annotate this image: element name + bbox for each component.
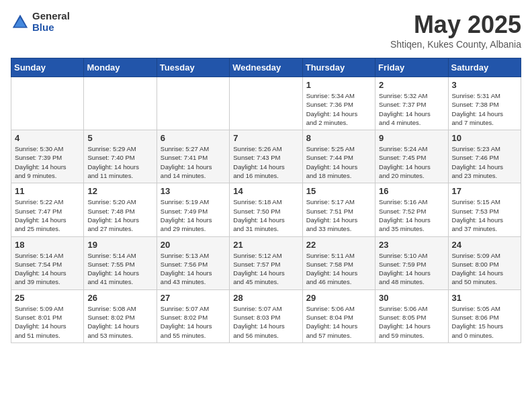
logo-blue-text: Blue <box>32 22 70 34</box>
weekday-header-monday: Monday <box>84 58 157 77</box>
day-number: 3 <box>452 80 517 90</box>
day-number: 26 <box>87 293 152 303</box>
calendar-cell: 20Sunrise: 5:13 AM Sunset: 7:56 PM Dayli… <box>157 236 229 289</box>
day-number: 20 <box>161 240 226 250</box>
day-number: 2 <box>379 80 444 90</box>
day-info: Sunrise: 5:23 AM Sunset: 7:46 PM Dayligh… <box>452 144 517 180</box>
day-info: Sunrise: 5:06 AM Sunset: 8:04 PM Dayligh… <box>306 304 371 340</box>
calendar-cell: 2Sunrise: 5:32 AM Sunset: 7:37 PM Daylig… <box>375 77 448 130</box>
day-info: Sunrise: 5:08 AM Sunset: 8:02 PM Dayligh… <box>87 304 152 340</box>
day-number: 10 <box>452 133 517 143</box>
weekday-header-tuesday: Tuesday <box>157 58 229 77</box>
day-number: 9 <box>379 133 444 143</box>
day-info: Sunrise: 5:10 AM Sunset: 7:59 PM Dayligh… <box>379 251 444 287</box>
calendar-cell: 28Sunrise: 5:07 AM Sunset: 8:03 PM Dayli… <box>230 289 302 342</box>
calendar-cell: 8Sunrise: 5:25 AM Sunset: 7:44 PM Daylig… <box>302 130 375 183</box>
week-row-5: 25Sunrise: 5:09 AM Sunset: 8:01 PM Dayli… <box>11 289 521 342</box>
calendar-cell: 30Sunrise: 5:06 AM Sunset: 8:05 PM Dayli… <box>375 289 448 342</box>
calendar-cell: 26Sunrise: 5:08 AM Sunset: 8:02 PM Dayli… <box>84 289 157 342</box>
day-number: 30 <box>379 293 444 303</box>
day-info: Sunrise: 5:15 AM Sunset: 7:53 PM Dayligh… <box>452 197 517 233</box>
logo-icon <box>11 13 30 32</box>
calendar-cell: 10Sunrise: 5:23 AM Sunset: 7:46 PM Dayli… <box>448 130 521 183</box>
weekday-header-wednesday: Wednesday <box>230 58 302 77</box>
day-info: Sunrise: 5:14 AM Sunset: 7:54 PM Dayligh… <box>15 251 80 287</box>
day-number: 31 <box>452 293 517 303</box>
weekday-header-saturday: Saturday <box>448 58 521 77</box>
calendar-cell: 24Sunrise: 5:09 AM Sunset: 8:00 PM Dayli… <box>448 236 521 289</box>
day-number: 1 <box>306 80 371 90</box>
day-info: Sunrise: 5:14 AM Sunset: 7:55 PM Dayligh… <box>87 251 152 287</box>
calendar-cell: 19Sunrise: 5:14 AM Sunset: 7:55 PM Dayli… <box>84 236 157 289</box>
day-info: Sunrise: 5:22 AM Sunset: 7:47 PM Dayligh… <box>15 197 80 233</box>
calendar-title: May 2025 <box>390 11 521 39</box>
calendar-cell: 7Sunrise: 5:26 AM Sunset: 7:43 PM Daylig… <box>230 130 302 183</box>
calendar-cell: 18Sunrise: 5:14 AM Sunset: 7:54 PM Dayli… <box>11 236 84 289</box>
day-info: Sunrise: 5:19 AM Sunset: 7:49 PM Dayligh… <box>161 197 226 233</box>
day-number: 28 <box>233 293 298 303</box>
day-number: 14 <box>233 186 298 196</box>
day-info: Sunrise: 5:07 AM Sunset: 8:03 PM Dayligh… <box>233 304 298 340</box>
day-info: Sunrise: 5:18 AM Sunset: 7:50 PM Dayligh… <box>233 197 298 233</box>
day-number: 21 <box>233 240 298 250</box>
calendar-cell: 14Sunrise: 5:18 AM Sunset: 7:50 PM Dayli… <box>230 183 302 236</box>
day-info: Sunrise: 5:12 AM Sunset: 7:57 PM Dayligh… <box>233 251 298 287</box>
calendar-cell: 9Sunrise: 5:24 AM Sunset: 7:45 PM Daylig… <box>375 130 448 183</box>
calendar-cell: 15Sunrise: 5:17 AM Sunset: 7:51 PM Dayli… <box>302 183 375 236</box>
day-info: Sunrise: 5:29 AM Sunset: 7:40 PM Dayligh… <box>87 144 152 180</box>
day-info: Sunrise: 5:11 AM Sunset: 7:58 PM Dayligh… <box>306 251 371 287</box>
day-info: Sunrise: 5:20 AM Sunset: 7:48 PM Dayligh… <box>87 197 152 233</box>
day-info: Sunrise: 5:34 AM Sunset: 7:36 PM Dayligh… <box>306 91 371 127</box>
calendar-cell: 5Sunrise: 5:29 AM Sunset: 7:40 PM Daylig… <box>84 130 157 183</box>
calendar-cell: 4Sunrise: 5:30 AM Sunset: 7:39 PM Daylig… <box>11 130 84 183</box>
logo: General Blue <box>11 11 70 33</box>
day-number: 23 <box>379 240 444 250</box>
day-number: 12 <box>87 186 152 196</box>
calendar-cell: 29Sunrise: 5:06 AM Sunset: 8:04 PM Dayli… <box>302 289 375 342</box>
calendar-cell: 31Sunrise: 5:05 AM Sunset: 8:06 PM Dayli… <box>448 289 521 342</box>
day-number: 7 <box>233 133 298 143</box>
weekday-header-friday: Friday <box>375 58 448 77</box>
page-header: General Blue May 2025 Shtiqen, Kukes Cou… <box>11 11 521 50</box>
day-info: Sunrise: 5:31 AM Sunset: 7:38 PM Dayligh… <box>452 91 517 127</box>
day-info: Sunrise: 5:24 AM Sunset: 7:45 PM Dayligh… <box>379 144 444 180</box>
day-info: Sunrise: 5:30 AM Sunset: 7:39 PM Dayligh… <box>15 144 80 180</box>
day-number: 17 <box>452 186 517 196</box>
calendar-cell: 27Sunrise: 5:07 AM Sunset: 8:02 PM Dayli… <box>157 289 229 342</box>
calendar-table: SundayMondayTuesdayWednesdayThursdayFrid… <box>11 58 521 343</box>
day-number: 11 <box>15 186 80 196</box>
day-info: Sunrise: 5:32 AM Sunset: 7:37 PM Dayligh… <box>379 91 444 127</box>
day-info: Sunrise: 5:26 AM Sunset: 7:43 PM Dayligh… <box>233 144 298 180</box>
calendar-cell: 1Sunrise: 5:34 AM Sunset: 7:36 PM Daylig… <box>302 77 375 130</box>
weekday-header-thursday: Thursday <box>302 58 375 77</box>
day-info: Sunrise: 5:13 AM Sunset: 7:56 PM Dayligh… <box>161 251 226 287</box>
day-number: 19 <box>87 240 152 250</box>
title-block: May 2025 Shtiqen, Kukes County, Albania <box>390 11 521 50</box>
calendar-cell: 12Sunrise: 5:20 AM Sunset: 7:48 PM Dayli… <box>84 183 157 236</box>
day-info: Sunrise: 5:06 AM Sunset: 8:05 PM Dayligh… <box>379 304 444 340</box>
day-info: Sunrise: 5:27 AM Sunset: 7:41 PM Dayligh… <box>161 144 226 180</box>
weekday-header-sunday: Sunday <box>11 58 84 77</box>
calendar-cell: 13Sunrise: 5:19 AM Sunset: 7:49 PM Dayli… <box>157 183 229 236</box>
day-number: 18 <box>15 240 80 250</box>
week-row-2: 4Sunrise: 5:30 AM Sunset: 7:39 PM Daylig… <box>11 130 521 183</box>
calendar-cell <box>11 77 84 130</box>
day-number: 29 <box>306 293 371 303</box>
day-number: 25 <box>15 293 80 303</box>
calendar-cell <box>84 77 157 130</box>
day-number: 5 <box>87 133 152 143</box>
day-info: Sunrise: 5:09 AM Sunset: 8:00 PM Dayligh… <box>452 251 517 287</box>
day-info: Sunrise: 5:09 AM Sunset: 8:01 PM Dayligh… <box>15 304 80 340</box>
day-number: 6 <box>161 133 226 143</box>
calendar-subtitle: Shtiqen, Kukes County, Albania <box>390 39 521 50</box>
day-number: 24 <box>452 240 517 250</box>
day-number: 13 <box>161 186 226 196</box>
day-number: 16 <box>379 186 444 196</box>
calendar-cell: 16Sunrise: 5:16 AM Sunset: 7:52 PM Dayli… <box>375 183 448 236</box>
week-row-3: 11Sunrise: 5:22 AM Sunset: 7:47 PM Dayli… <box>11 183 521 236</box>
day-info: Sunrise: 5:25 AM Sunset: 7:44 PM Dayligh… <box>306 144 371 180</box>
logo-general-text: General <box>32 11 70 22</box>
weekday-header-row: SundayMondayTuesdayWednesdayThursdayFrid… <box>11 58 521 77</box>
calendar-cell: 22Sunrise: 5:11 AM Sunset: 7:58 PM Dayli… <box>302 236 375 289</box>
day-info: Sunrise: 5:07 AM Sunset: 8:02 PM Dayligh… <box>161 304 226 340</box>
